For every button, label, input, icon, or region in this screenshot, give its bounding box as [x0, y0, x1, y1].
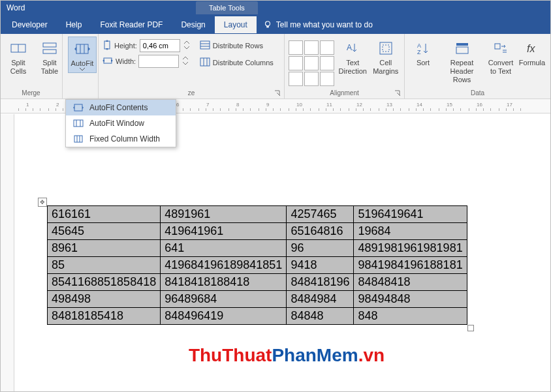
table-tools-badge: Table Tools — [196, 1, 258, 14]
width-icon — [102, 56, 113, 67]
table-cell[interactable]: 848496419 — [161, 308, 287, 325]
ruler-number: 6 — [176, 102, 179, 108]
svg-rect-14 — [200, 58, 210, 66]
align-tc[interactable] — [304, 40, 319, 55]
sort-button[interactable]: AZ Sort — [409, 37, 437, 67]
table-move-handle[interactable]: ✥ — [38, 198, 47, 207]
table-row[interactable]: 49849896489684848498498494848 — [48, 291, 467, 308]
table-row[interactable]: 8541968419618984185194189841984196188181 — [48, 257, 467, 274]
table-cell[interactable]: 419684196189841851 — [161, 257, 287, 274]
table-cell[interactable]: 616161 — [48, 206, 161, 223]
table-row[interactable]: 456454196419616516481619684 — [48, 223, 467, 240]
word-table[interactable]: 6161614891961425746551964196414564541964… — [47, 205, 467, 325]
table-cell[interactable]: 4891981961981981 — [354, 240, 467, 257]
table-cell[interactable]: 96489684 — [161, 291, 287, 308]
align-bc[interactable] — [304, 72, 319, 86]
table-cell[interactable]: 8961 — [48, 240, 161, 257]
ruler-number: 15 — [447, 102, 452, 108]
convert-to-text-button[interactable]: Convert to Text — [486, 37, 515, 76]
width-spinner[interactable] — [181, 55, 189, 68]
ruler-number: 14 — [417, 102, 422, 108]
repeat-header-icon — [455, 39, 469, 57]
formula-button[interactable]: fx Formula — [518, 37, 546, 67]
size-dialog-launcher[interactable] — [274, 88, 283, 97]
autofit-window-item[interactable]: AutoFit Window — [66, 115, 176, 131]
svg-rect-5 — [43, 50, 56, 53]
table-cell[interactable]: 848418196 — [287, 274, 354, 291]
text-direction-button[interactable]: A Text Direction — [337, 37, 369, 76]
align-bl[interactable] — [289, 72, 303, 86]
autofit-dropdown: AutoFit Contents AutoFit Window Fixed Co… — [65, 99, 176, 147]
table-row[interactable]: 8481818541884849641984848848 — [48, 308, 467, 325]
tab-design[interactable]: Design — [172, 16, 214, 33]
table-resize-handle[interactable] — [467, 325, 474, 331]
fixed-column-width-item[interactable]: Fixed Column Width — [66, 131, 176, 147]
split-table-icon — [42, 39, 57, 57]
table-cell[interactable]: 96 — [287, 240, 354, 257]
table-cell[interactable]: 419641961 — [161, 223, 287, 240]
table-cell[interactable]: 84818185418 — [48, 308, 161, 325]
table-cell[interactable]: 9418 — [287, 257, 354, 274]
table-cell[interactable]: 5196419641 — [354, 206, 467, 223]
split-table-button[interactable]: Split Table — [35, 37, 64, 76]
table-cell[interactable]: 8484984 — [287, 291, 354, 308]
height-spinner[interactable] — [183, 39, 191, 52]
table-cell[interactable]: 98494848 — [354, 291, 467, 308]
table-cell[interactable]: 85 — [48, 257, 161, 274]
alignment-group-label: Alignment — [289, 88, 400, 98]
tell-me-search[interactable]: Tell me what you want to do — [263, 20, 373, 29]
tab-developer[interactable]: Developer — [3, 16, 57, 33]
table-cell[interactable]: 4891961 — [161, 206, 287, 223]
table-row[interactable]: 616161489196142574655196419641 — [48, 206, 467, 223]
svg-text:fx: fx — [527, 43, 535, 54]
autofit-icon — [74, 40, 91, 58]
ruler-number: 1 — [26, 102, 29, 108]
table-cell[interactable]: 45645 — [48, 223, 161, 240]
ruler-number: 9 — [266, 102, 269, 108]
svg-rect-6 — [76, 44, 88, 53]
table-cell[interactable]: 19684 — [354, 223, 467, 240]
alignment-dialog-launcher[interactable] — [394, 88, 403, 97]
svg-point-0 — [265, 22, 270, 26]
table-cell[interactable]: 8541168851858418 — [48, 274, 161, 291]
autofit-contents-item[interactable]: AutoFit Contents — [66, 100, 176, 115]
distribute-columns-button[interactable]: Distribute Columns — [198, 56, 275, 69]
table-cell[interactable]: 65164816 — [287, 223, 354, 240]
align-tl[interactable] — [289, 40, 303, 55]
table-row[interactable]: 8541168851858418841841818841884841819684… — [48, 274, 467, 291]
align-ml[interactable] — [289, 56, 303, 70]
data-group-label: Data — [409, 88, 546, 98]
repeat-header-rows-button[interactable]: Repeat Header Rows — [440, 37, 484, 85]
table-cell[interactable]: 498498 — [48, 291, 161, 308]
height-label: Height: — [114, 42, 137, 50]
autofit-button[interactable]: AutoFit — [68, 37, 97, 73]
align-tr[interactable] — [320, 40, 334, 55]
size-group-label: ze — [102, 88, 280, 98]
cell-margins-button[interactable]: Cell Margins — [371, 37, 401, 76]
align-mc[interactable] — [304, 56, 319, 70]
align-mr[interactable] — [320, 56, 334, 70]
ruler-number: 11 — [326, 102, 332, 108]
height-icon — [102, 40, 112, 52]
table-cell[interactable]: 4257465 — [287, 206, 354, 223]
table-cell[interactable]: 84848 — [287, 308, 354, 325]
table-cell[interactable]: 848 — [354, 308, 467, 325]
ruler-number: 17 — [507, 102, 512, 108]
table-cell[interactable]: 641 — [161, 240, 287, 257]
split-cells-button[interactable]: Split Cells — [4, 37, 33, 76]
tab-foxit[interactable]: Foxit Reader PDF — [91, 16, 172, 33]
tab-help[interactable]: Help — [57, 16, 91, 33]
svg-rect-10 — [104, 58, 112, 63]
convert-icon — [494, 39, 508, 57]
svg-text:A: A — [347, 43, 352, 52]
height-input[interactable] — [140, 39, 180, 52]
table-cell[interactable]: 84848418 — [354, 274, 467, 291]
table-cell[interactable]: 8418418188418 — [161, 274, 287, 291]
tab-layout[interactable]: Layout — [215, 16, 257, 33]
table-row[interactable]: 8961641964891981961981981 — [48, 240, 467, 257]
distribute-rows-button[interactable]: Distribute Rows — [198, 39, 275, 52]
width-input[interactable] — [138, 55, 179, 68]
align-br[interactable] — [320, 72, 334, 86]
vertical-ruler[interactable] — [0, 114, 14, 392]
table-cell[interactable]: 9841984196188181 — [354, 257, 467, 274]
